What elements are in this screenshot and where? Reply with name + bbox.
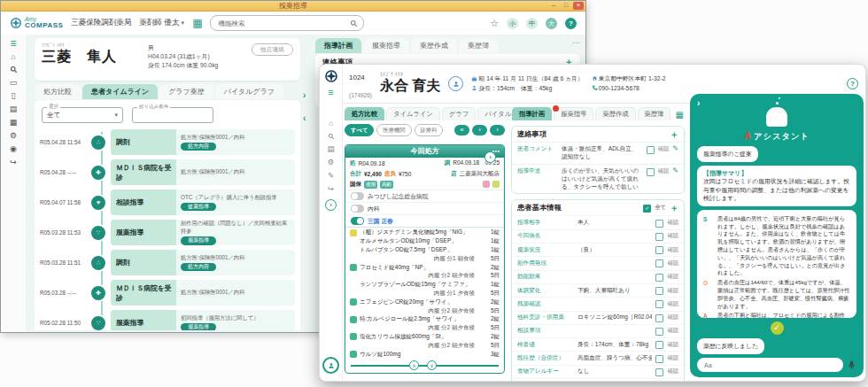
close-icon[interactable]: × [573,2,584,10]
patient-avatar-icon[interactable] [322,357,339,374]
prev-page-icon[interactable]: ‹ [472,125,487,135]
chip-institution[interactable]: 医療機関 [376,124,411,136]
medication-row[interactable]: ウルソ錠100mg3錠 [345,350,504,359]
chip-department[interactable]: 診療科 [415,124,444,136]
maximize-icon[interactable]: □ [561,2,571,10]
tab-record-book[interactable]: 薬歴簿 [638,107,671,120]
edit-icon[interactable]: ✎ [320,172,342,180]
doctor-name[interactable]: 三国 正春 [368,217,393,226]
user-menu[interactable]: 薬剤師 優太 ▾ [139,18,184,28]
medication-row[interactable]: 特:カルベジロール錠2.5mg「サワイ」2錠 [345,315,504,324]
confirm-checkbox[interactable] [655,368,663,376]
settings-gear-icon[interactable]: ⚙ [320,159,342,166]
logout-icon[interactable]: ↪ [320,185,342,193]
medication-row[interactable]: トルバプタンOD錠7.5mg「DSEP」1錠 [345,246,504,255]
timeline-item[interactable]: R05.03.28 11:51 ∴ 調剤 処方医:保険医0001／内科 処方内容 [40,249,295,276]
tab-graph-history[interactable]: グラフ薬歴 [159,84,213,99]
font-size-small-button[interactable]: 小 [507,18,518,29]
tab-patient-timeline[interactable]: 患者タイムライン [82,84,158,99]
first-page-icon[interactable]: « [454,125,469,135]
detail-badge[interactable]: 服薬指導 [181,323,216,330]
menu-icon[interactable]: ≡ [1,39,26,48]
tab-record-book[interactable]: 薬歴簿 [459,38,498,53]
monitor-icon[interactable]: ▭ [1,78,26,87]
confirm-checkbox[interactable] [655,259,663,267]
app-grid-icon[interactable]: ▦ [192,18,202,28]
add-icon[interactable]: ＋ [670,204,678,213]
confirm-checkbox[interactable] [655,341,663,349]
help-icon[interactable]: ? [847,78,858,89]
detail-badge[interactable]: 処方内容 [181,263,216,271]
expand-sidebar-icon[interactable]: › [325,199,337,211]
tab-medication-guidance[interactable]: 服薬指導 [363,38,409,53]
medication-row[interactable]: フロセミド錠40mg「NP」2錠 [345,263,504,272]
tab-prescription-compare[interactable]: 処方比較 [345,107,384,120]
timeline-item[interactable]: R05.04.07 11:58 ♥ 相談指導 OTC（アレグラ）購入に伴う相談指… [40,189,295,216]
collapse-left-icon[interactable]: ‹ [303,114,306,123]
confirm-checkbox[interactable] [647,168,655,176]
tab-vital-graph[interactable]: バイタルグラフ [215,84,283,99]
detail-badge[interactable]: 健康指導 [181,203,216,211]
tab-prescription-compare[interactable]: 処方比較 [35,84,81,99]
timeline-item[interactable]: R05.02.28 11:50 ∵ 服薬指導 初回指導（服用方法に関して） 服薬… [40,309,295,330]
microphone-icon[interactable] [848,360,856,370]
medication-row[interactable]: ランソプラゾールOD錠15mg「ケミファ」1錠 [345,281,504,290]
add-icon[interactable]: ＋ [670,130,678,139]
window-titlebar[interactable]: 投薬指導 – □ × [1,1,585,12]
doctor-toggle[interactable] [351,217,364,225]
collapse-panel-icon[interactable]: › [697,99,706,107]
pharmacy-building-icon[interactable]: ▦ [1,118,26,127]
chip-all[interactable]: すべて [345,124,374,136]
confirm-checkbox[interactable] [655,300,663,308]
timeline-item[interactable]: R05.04.28 --:-- ✚ ＭＤＩＳ病院を受診 処方医:保険医0001／… [40,159,295,186]
expand-right-icon[interactable]: › [303,91,306,100]
other-store-contact-button[interactable]: 他店連絡 [252,43,293,56]
help-icon[interactable]: ? [565,18,577,29]
medication-row[interactable]: （般）ジスチグミン臭化物錠5mg「NIG」1錠 [345,228,504,237]
printer-icon[interactable]: ▤ [1,104,26,113]
records-icon[interactable]: ▤ [320,145,342,153]
minimize-icon[interactable]: – [548,2,559,10]
filter-keyword-input[interactable]: 絞り込み条件 [132,107,213,123]
scroll-up-icon[interactable]: ∧ [409,360,419,370]
tab-record-create[interactable]: 薬歴作成 [411,38,457,53]
assistant-message-input[interactable] [697,358,843,372]
confirm-checkbox[interactable] [655,287,663,295]
notebook-pink-icon[interactable] [483,181,490,188]
next-page-icon[interactable]: › [490,125,505,135]
edit-pencil-icon[interactable]: ✎ [672,145,678,152]
function-search[interactable] [210,15,364,31]
tab-guidance-plan[interactable]: 指導計画 [512,107,552,120]
font-size-medium-button[interactable]: 中 [526,18,538,29]
confirm-checkbox[interactable] [655,220,663,228]
logout-icon[interactable]: ↪ [1,158,26,166]
confirm-checkbox[interactable] [655,233,663,241]
timeline-item[interactable]: R05.03.28 11:53 ∵ 服薬指導 副作用の確認（問題なし）／次回検査… [40,219,295,246]
select-all-checkbox[interactable]: ✓ [643,205,651,213]
font-size-large-button[interactable]: 大 [546,18,557,29]
timeline-item[interactable]: R05.03.28 --:-- ✚ ＭＤＩＳ病院を受診 処方医:保険医0001／… [40,279,295,306]
expand-panel-icon[interactable]: › [484,151,496,163]
confirm-checkbox[interactable] [647,146,655,154]
confirm-checkbox[interactable] [655,328,663,336]
grid-view-icon[interactable]: ▦ [676,110,684,120]
notebook-yellow-icon[interactable] [492,181,500,188]
confirm-checkbox[interactable] [655,274,663,282]
timeline-item[interactable]: R05.04.28 11:54 ∴ 調剤 処方医:保険医0001／内科 処方内容 [40,128,295,156]
medication-row[interactable]: 塩化カリウム徐放錠600mg「St」2錠 [345,333,504,342]
tab-guidance-plan[interactable]: 指導計画 [315,38,361,53]
confirm-checkbox[interactable] [655,314,663,322]
confirm-checkbox[interactable] [655,355,663,363]
tab-graph[interactable]: グラフ [442,107,476,120]
medication-row[interactable]: オルメサルタンOD錠10mg「DSEP」1錠 [345,237,504,246]
home-icon[interactable]: ⌂ [320,120,342,128]
hospital-toggle[interactable] [351,192,364,200]
eye-icon[interactable]: ◉ [1,144,26,153]
tab-timeline[interactable]: タイムライン [386,107,440,120]
search-input[interactable] [216,19,346,28]
confirm-checkbox[interactable] [655,246,663,254]
home-icon[interactable]: ⌂ [1,52,26,61]
search-icon[interactable] [320,133,342,140]
search-icon[interactable] [1,66,26,74]
mobile-icon[interactable]: ▯ [1,91,26,100]
